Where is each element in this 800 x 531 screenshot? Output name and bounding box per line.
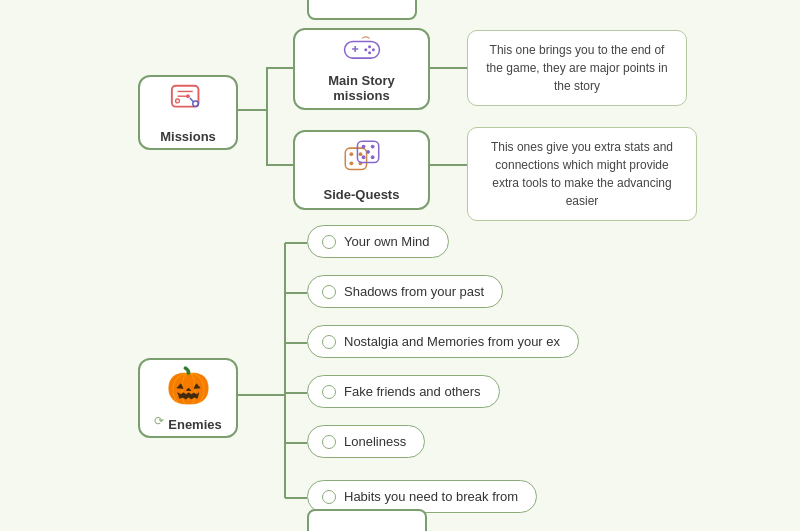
svg-point-23: [349, 161, 353, 165]
svg-point-19: [364, 48, 367, 51]
svg-point-28: [366, 150, 370, 154]
enemy-item-4[interactable]: Fake friends and others: [307, 375, 500, 408]
missions-label: Missions: [160, 129, 216, 144]
main-story-label: Main Story missions: [311, 73, 412, 103]
pumpkin-icon: 🎃: [166, 365, 211, 407]
svg-point-12: [176, 99, 180, 103]
circle-icon-5: [322, 435, 336, 449]
svg-line-10: [190, 98, 194, 102]
enemy-item-2[interactable]: Shadows from your past: [307, 275, 503, 308]
main-story-info: This one brings you to the end of the ga…: [467, 30, 687, 106]
mindmap-canvas: Missions Main Story missions This one br…: [0, 0, 800, 531]
loading-icon: ⟳: [154, 414, 164, 428]
svg-point-22: [358, 152, 362, 156]
dice-icon: [343, 139, 381, 181]
missions-icon: [169, 81, 207, 123]
svg-point-18: [368, 51, 371, 54]
gamepad-icon: [343, 35, 381, 67]
circle-icon-4: [322, 385, 336, 399]
circle-icon-3: [322, 335, 336, 349]
enemies-label: Enemies: [168, 417, 221, 432]
bottom-partial-node: [307, 509, 427, 531]
svg-point-29: [361, 155, 365, 159]
svg-point-11: [186, 94, 190, 98]
circle-icon-2: [322, 285, 336, 299]
side-quests-label: Side-Quests: [324, 187, 400, 202]
circle-icon-6: [322, 490, 336, 504]
enemies-node[interactable]: 🎃 ⟳ Enemies: [138, 358, 238, 438]
svg-point-21: [349, 152, 353, 156]
side-quests-info: This ones give you extra stats and conne…: [467, 127, 697, 221]
svg-point-17: [371, 48, 374, 51]
missions-node[interactable]: Missions: [138, 75, 238, 150]
side-quests-node[interactable]: Side-Quests: [293, 130, 430, 210]
svg-point-16: [368, 45, 371, 48]
enemy-item-1[interactable]: Your own Mind: [307, 225, 449, 258]
circle-icon-1: [322, 235, 336, 249]
enemy-item-3[interactable]: Nostalgia and Memories from your ex: [307, 325, 579, 358]
svg-point-30: [370, 155, 374, 159]
enemy-item-5[interactable]: Loneliness: [307, 425, 425, 458]
main-story-node[interactable]: Main Story missions: [293, 28, 430, 110]
svg-point-27: [370, 144, 374, 148]
svg-point-26: [361, 144, 365, 148]
top-partial-node: [307, 0, 417, 20]
